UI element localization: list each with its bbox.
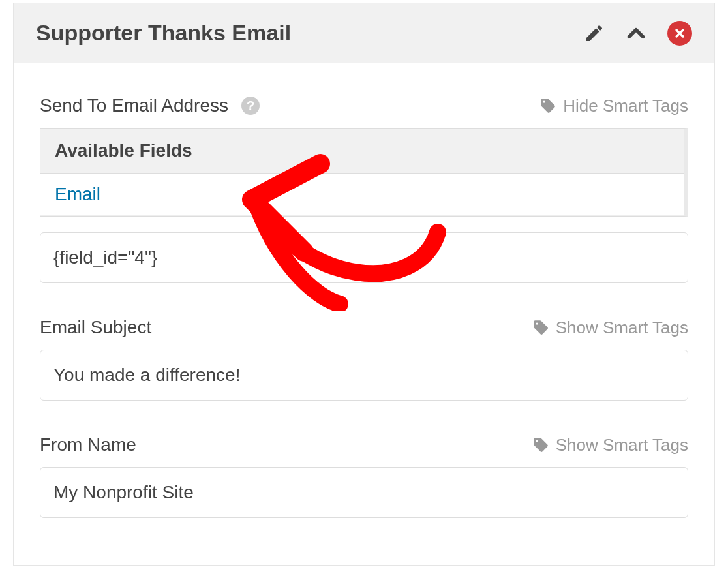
toggle-text: Show Smart Tags [556,435,688,455]
label-text: From Name [40,434,136,455]
close-button[interactable] [667,21,692,46]
close-icon [673,27,686,40]
tags-icon [539,97,556,114]
available-field-email[interactable]: Email [40,174,684,216]
send-to-input[interactable] [40,232,688,283]
chevron-up-icon [626,23,646,44]
label-row: Email Subject Show Smart Tags [40,317,688,338]
collapse-button[interactable] [626,23,646,44]
hide-smart-tags-toggle[interactable]: Hide Smart Tags [539,96,688,116]
available-fields-box: Available Fields Email [40,128,688,217]
toggle-text: Hide Smart Tags [563,96,688,116]
label-text: Email Subject [40,317,151,338]
pencil-icon [584,23,605,44]
notification-panel: Supporter Thanks Email Send To Email Add… [13,3,715,566]
label-text: Send To Email Address [40,95,228,116]
help-icon[interactable]: ? [241,97,260,115]
toggle-text: Show Smart Tags [556,318,688,338]
show-smart-tags-toggle-fromname[interactable]: Show Smart Tags [532,435,688,455]
panel-title: Supporter Thanks Email [36,20,291,46]
from-name-label: From Name [40,434,136,455]
email-subject-label: Email Subject [40,317,151,338]
email-subject-input[interactable] [40,350,688,401]
label-row: Send To Email Address ? Hide Smart Tags [40,95,688,116]
from-name-section: From Name Show Smart Tags [40,434,688,518]
panel-header: Supporter Thanks Email [14,3,714,63]
tags-icon [532,436,549,453]
header-actions [584,21,692,46]
show-smart-tags-toggle-subject[interactable]: Show Smart Tags [532,318,688,338]
label-row: From Name Show Smart Tags [40,434,688,455]
tags-icon [532,319,549,336]
send-to-section: Send To Email Address ? Hide Smart Tags … [40,95,688,283]
from-name-input[interactable] [40,467,688,518]
edit-button[interactable] [584,23,605,44]
send-to-label: Send To Email Address ? [40,95,260,116]
panel-body: Send To Email Address ? Hide Smart Tags … [14,63,714,565]
email-subject-section: Email Subject Show Smart Tags [40,317,688,401]
available-fields-header: Available Fields [40,129,684,174]
